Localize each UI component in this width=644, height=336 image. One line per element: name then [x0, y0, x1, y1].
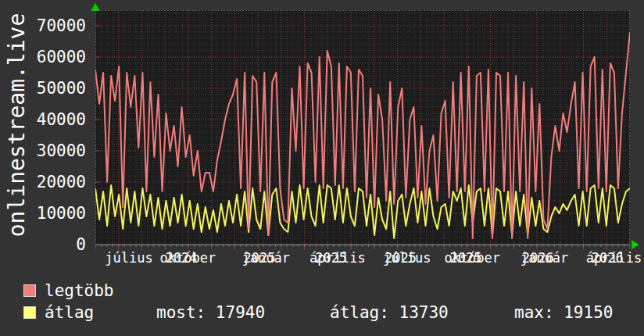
stat-most: most: 17940 [156, 304, 265, 321]
y-tick-label: 30000 [8, 143, 86, 159]
y-tick-label: 0 [8, 237, 86, 252]
legend-swatch-atlag [23, 306, 36, 319]
y-axis-arrow-icon [91, 3, 100, 11]
y-tick-label: 60000 [8, 49, 86, 65]
y-tick-label: 70000 [8, 18, 86, 34]
stat-atlag: átlag: 13730 [330, 304, 449, 321]
legend-label-legtobb: legtöbb [45, 282, 114, 299]
x-year-label: 2026 [560, 250, 644, 266]
legend-swatch-legtobb [23, 284, 36, 297]
rrd-graph: onlinestream.live 0100002000030000400005… [0, 0, 644, 336]
y-tick-label: 10000 [8, 206, 86, 221]
y-tick-label: 50000 [8, 80, 86, 96]
legend-label-atlag: átlag [45, 304, 94, 321]
y-tick-label: 40000 [8, 112, 86, 127]
y-tick-label: 20000 [8, 174, 86, 190]
stat-max: max: 19150 [514, 304, 613, 321]
plot-area [95, 10, 630, 253]
x-axis-arrow-icon [631, 240, 639, 249]
